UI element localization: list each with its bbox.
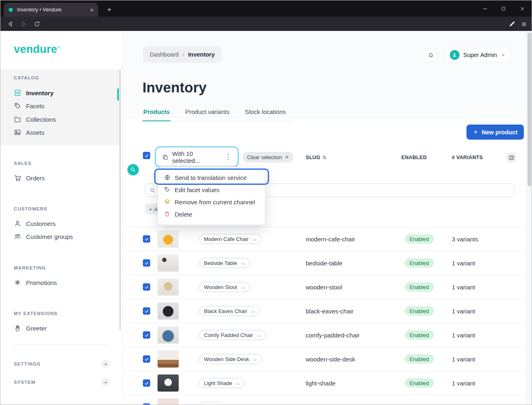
product-name-link[interactable]: Wooden Side Desk→ — [199, 354, 262, 364]
sidebar-scrollbar[interactable] — [119, 70, 121, 330]
vendure-favicon — [8, 7, 14, 13]
user-menu[interactable]: Super Admin — [444, 47, 511, 62]
sidebar-item-facets[interactable]: Facets — [14, 101, 44, 111]
maximize-button[interactable] — [494, 0, 513, 17]
chevron-down-icon[interactable] — [101, 360, 109, 368]
trash-icon — [164, 211, 171, 218]
menu-item-remove-from-channel[interactable]: Remove from current channel — [161, 196, 262, 208]
product-thumbnail[interactable] — [158, 302, 179, 320]
column-settings-button[interactable] — [506, 153, 516, 162]
variant-count: 1 variant — [452, 332, 475, 339]
sidebar-item-label: Collections — [26, 116, 56, 123]
sidebar-item-collections[interactable]: Collections — [14, 114, 56, 125]
tab-close-icon[interactable] — [90, 8, 94, 12]
clear-selection-button[interactable]: Clear selection — [243, 152, 293, 162]
logo-registered-mark: ® — [57, 46, 60, 50]
tab-products[interactable]: Products — [142, 106, 171, 121]
reload-button[interactable] — [33, 20, 42, 28]
breadcrumb-dashboard[interactable]: Dashboard — [150, 51, 179, 58]
product-thumbnail[interactable] — [158, 398, 179, 405]
menu-item-delete[interactable]: Delete — [161, 208, 262, 220]
sidebar-item-customer-groups[interactable]: Customer groups — [14, 231, 73, 242]
row-checkbox[interactable] — [143, 259, 150, 267]
search-toggle-button[interactable] — [127, 164, 139, 175]
row-checkbox[interactable] — [143, 307, 150, 315]
browser-titlebar: Inventory • Vendure — [0, 0, 532, 17]
product-thumbnail[interactable] — [158, 326, 179, 344]
menu-item-send-to-translation[interactable]: Send to translation service — [161, 171, 262, 184]
product-thumbnail[interactable] — [158, 230, 179, 247]
tab-stock-locations[interactable]: Stock locations — [244, 106, 287, 121]
browser-tab[interactable]: Inventory • Vendure — [4, 3, 98, 17]
sidebar-item-label: Customer groups — [26, 233, 73, 240]
column-header-variants: # VARIANTS — [452, 155, 483, 160]
edit-pencil-icon[interactable] — [507, 20, 516, 28]
active-nav-indicator — [117, 88, 119, 101]
row-checkbox[interactable] — [143, 379, 150, 387]
main-content: Dashboard › Inventory Super Admin Invent… — [123, 31, 532, 405]
row-checkbox[interactable] — [143, 331, 150, 339]
divider — [14, 344, 109, 345]
plus-icon — [473, 129, 478, 135]
user-icon — [14, 220, 21, 227]
sidebar-item-assets[interactable]: Assets — [14, 127, 44, 138]
product-name-link[interactable]: Modern Cafe Chair→ — [199, 234, 262, 244]
chevron-down-icon[interactable] — [101, 378, 109, 386]
products-table: Modern Cafe Chair→ modern-cafe-chair Ena… — [123, 227, 526, 405]
scrollbar-thumb[interactable] — [528, 33, 531, 186]
product-name-link[interactable]: Comfy Padded Chair→ — [199, 330, 266, 340]
sidebar-item-promotions[interactable]: Promotions — [14, 277, 57, 288]
arrow-right-icon: → — [250, 308, 255, 314]
product-thumbnail[interactable] — [158, 278, 179, 296]
sidebar-item-settings[interactable]: SETTINGS — [14, 359, 109, 369]
product-thumbnail[interactable] — [158, 374, 179, 392]
menu-item-edit-facet-values[interactable]: Edit facet values — [161, 184, 262, 196]
tab-product-variants[interactable]: Product variants — [184, 106, 230, 121]
table-row: Comfy Padded Chair→ comfy-padded-chair E… — [123, 323, 526, 347]
users-icon — [14, 233, 21, 240]
sidebar-item-label: Inventory — [26, 90, 54, 96]
notifications-button[interactable] — [424, 48, 438, 62]
forward-button[interactable] — [19, 20, 28, 28]
product-name-link[interactable]: Black Eaves Chair→ — [199, 306, 260, 316]
status-badge: Enabled — [405, 355, 434, 364]
select-all-checkbox[interactable] — [143, 152, 150, 159]
sidebar-item-orders[interactable]: Orders — [14, 173, 45, 183]
product-name-link[interactable]: → — [199, 402, 223, 405]
bulk-actions-dropdown-button[interactable]: With 10 selected... ⋮ — [156, 148, 237, 166]
new-tab-button[interactable] — [105, 5, 114, 14]
column-header-slug[interactable]: SLUG ⇅ — [306, 155, 326, 160]
product-name-link[interactable]: Bedside Table→ — [199, 258, 250, 268]
variant-count: 1 variant — [452, 284, 475, 291]
product-thumbnail[interactable] — [158, 350, 179, 368]
back-button[interactable] — [6, 20, 15, 28]
sidebar-item-label: Facets — [26, 103, 44, 109]
status-badge: Enabled — [405, 282, 434, 292]
sidebar-item-label: Assets — [26, 129, 44, 136]
sidebar-item-system[interactable]: SYSTEM — [14, 377, 109, 387]
kebab-menu-icon[interactable]: ⋮ — [225, 153, 232, 161]
breadcrumb: Dashboard › Inventory — [143, 46, 222, 63]
menu-hamburger-icon[interactable] — [519, 20, 528, 28]
layers-icon — [164, 199, 171, 206]
table-row: Light Shade→ light-shade Enabled 1 varia… — [123, 371, 526, 395]
row-checkbox[interactable] — [143, 355, 150, 363]
minimize-button[interactable] — [475, 0, 494, 17]
sidebar-item-inventory[interactable]: Inventory — [14, 88, 54, 98]
plus-icon: + — [149, 206, 152, 212]
table-row: Wooden Stool→ wooden-stool Enabled 1 var… — [123, 275, 526, 299]
nav-section-my-extensions: MY EXTENSIONS — [14, 311, 57, 316]
product-name-link[interactable]: Wooden Stool→ — [199, 282, 250, 292]
bulk-actions-menu: Send to translation service Edit facet v… — [158, 167, 265, 225]
sidebar-item-greeter[interactable]: Greeter — [14, 323, 47, 333]
new-product-button[interactable]: New product — [466, 125, 524, 140]
product-name-link[interactable]: Light Shade→ — [199, 378, 245, 388]
row-checkbox[interactable] — [143, 235, 150, 243]
tab-bar: Products Product variants Stock location… — [142, 106, 294, 121]
main-scrollbar[interactable] — [526, 31, 532, 405]
sidebar-item-customers[interactable]: Customers — [14, 218, 56, 229]
product-thumbnail[interactable] — [158, 254, 179, 271]
row-checkbox[interactable] — [143, 283, 150, 291]
close-button[interactable] — [513, 0, 532, 17]
row-checkbox[interactable] — [143, 403, 150, 405]
